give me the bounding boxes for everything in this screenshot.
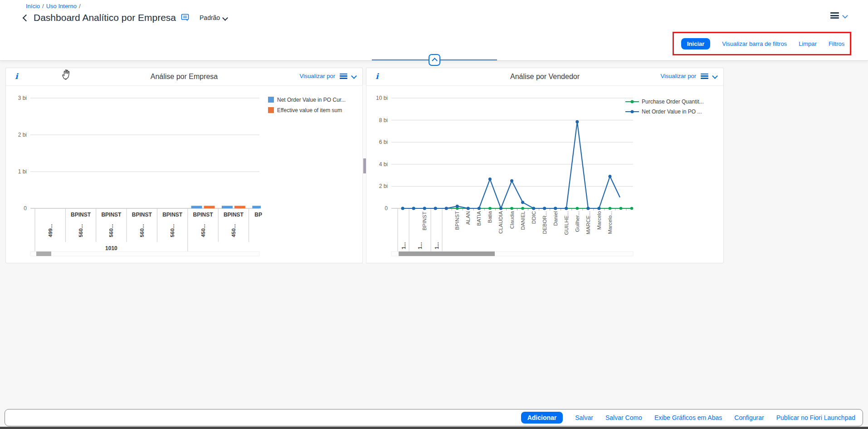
y-axis-tick: 3 bi (18, 95, 27, 101)
blue-point[interactable] (467, 207, 470, 210)
blue-point[interactable] (575, 120, 579, 123)
h-scrollbar-thumb[interactable] (399, 251, 495, 256)
collapse-header-button[interactable] (429, 54, 440, 66)
bar-blue[interactable] (222, 206, 233, 208)
save-as-button[interactable]: Salvar Como (605, 414, 642, 421)
group-label: 1010 (105, 245, 117, 251)
legend-item[interactable]: Net Order Value in PO ... (625, 108, 702, 115)
cell-label: 1... (417, 242, 423, 249)
view-by-link[interactable]: Visualizar por (299, 73, 335, 79)
card-menu-icon[interactable] (340, 74, 347, 79)
green-point[interactable] (510, 207, 513, 210)
breadcrumb-home-link[interactable]: Início (26, 3, 40, 10)
blue-point[interactable] (532, 207, 535, 210)
x-axis-label: CLAUDIA (498, 211, 503, 234)
footer-toolbar: Adicionar Salvar Salvar Como Exibe Gráfi… (5, 409, 863, 426)
legend-item[interactable]: Effective value of item sum (268, 107, 342, 113)
blue-point[interactable] (597, 207, 600, 210)
blue-point[interactable] (445, 207, 448, 210)
blue-point[interactable] (478, 207, 481, 210)
column-code-label: 499... (48, 224, 53, 237)
vertical-scrollbar[interactable] (362, 85, 366, 263)
column-header-label: BPINST (162, 212, 183, 218)
vertical-scrollbar-thumb[interactable] (363, 158, 366, 173)
configure-button[interactable]: Configurar (734, 414, 764, 421)
svg-text:Purchase Order Quantit...: Purchase Order Quantit... (642, 99, 704, 105)
h-scrollbar-thumb[interactable] (36, 251, 51, 256)
blue-point[interactable] (434, 207, 437, 210)
column-header-label: BP (254, 212, 262, 218)
x-axis-label: Daniel (553, 211, 558, 226)
blue-point[interactable] (510, 179, 513, 182)
start-button[interactable]: Iniciar (681, 38, 710, 49)
green-point[interactable] (521, 207, 524, 210)
bar-orange[interactable] (234, 206, 245, 208)
blue-point[interactable] (543, 207, 546, 210)
column-header-label: BPINST (71, 212, 91, 218)
x-axis-label: Guilher... (575, 211, 580, 232)
title-row: Dashboard Analítico por Empresa Padrão (24, 12, 227, 23)
page-menu[interactable] (830, 12, 847, 19)
menu-chevron-icon[interactable] (842, 13, 848, 19)
y-axis-tick: 10 bi (376, 95, 388, 101)
bar-orange[interactable] (204, 206, 215, 208)
view-by-link[interactable]: Visualizar por (660, 73, 696, 79)
filters-button[interactable]: Filtros (829, 40, 844, 47)
show-filter-bar-button[interactable]: Visualizar barra de filtros (722, 40, 787, 47)
blue-point[interactable] (488, 178, 492, 181)
y-axis-tick: 2 bi (379, 183, 388, 189)
bar-blue[interactable] (191, 206, 202, 208)
green-point[interactable] (609, 207, 612, 210)
blue-point[interactable] (423, 207, 426, 210)
breadcrumb-separator: / (42, 3, 44, 10)
bar-blue[interactable] (252, 206, 263, 208)
comment-icon[interactable] (181, 14, 190, 22)
chevron-up-icon (432, 58, 438, 64)
legend-item[interactable]: Net Order Value in PO Cur... (268, 97, 346, 103)
blue-point[interactable] (554, 207, 557, 210)
blue-point[interactable] (412, 207, 415, 210)
variant-label: Padrão (200, 14, 220, 21)
column-code-label: 450... (231, 224, 236, 237)
cell-header-label: BPINST (422, 212, 427, 231)
back-chevron-icon[interactable] (23, 14, 30, 21)
blue-point[interactable] (521, 201, 524, 204)
x-axis-label: ALAN (465, 211, 471, 225)
column-code-label: 560... (170, 224, 175, 237)
green-point[interactable] (619, 207, 623, 210)
filter-toolbar: Iniciar Visualizar barra de filtros Limp… (681, 37, 844, 50)
save-button[interactable]: Salvar (575, 414, 593, 421)
publish-fiori-button[interactable]: Publicar no Fiori Launchpad (776, 414, 855, 421)
clear-button[interactable]: Limpar (799, 40, 817, 47)
blue-point[interactable] (565, 207, 568, 210)
bar-chart-empresa[interactable]: 3 bi2 bi1 bi0499...BPINST560...BPINST560… (6, 85, 362, 263)
variant-selector[interactable]: Padrão (200, 14, 227, 21)
h-scrollbar-track[interactable] (30, 251, 259, 256)
green-point[interactable] (488, 207, 492, 210)
show-charts-in-tabs-button[interactable]: Exibe Gráficos em Abas (654, 414, 722, 421)
blue-point[interactable] (608, 175, 611, 178)
x-axis-band: 499...BPINST560...BPINST560...BPINST560.… (35, 206, 263, 242)
green-point[interactable] (576, 207, 579, 210)
blue-point[interactable] (586, 207, 590, 210)
blue-point[interactable] (456, 205, 459, 208)
add-button[interactable]: Adicionar (521, 412, 563, 424)
chevron-down-icon[interactable] (712, 73, 718, 79)
blue-point[interactable] (499, 207, 502, 210)
chevron-down-icon[interactable] (351, 73, 357, 79)
x-axis-label: BPINST (454, 211, 460, 230)
card1-header: i Análise por Empresa Visualizar por (6, 68, 362, 86)
chevron-down-icon (222, 15, 228, 21)
legend-item[interactable]: Purchase Order Quantit... (625, 99, 704, 105)
line-series-blue[interactable] (403, 122, 620, 208)
bottom-edge-strip (0, 427, 868, 429)
card-menu-icon[interactable] (701, 74, 708, 79)
green-point[interactable] (630, 207, 634, 210)
menu-icon[interactable] (830, 12, 839, 19)
breadcrumb-section-link[interactable]: Uso Interno (46, 3, 77, 10)
blue-point[interactable] (401, 207, 405, 210)
column-code-label: 560... (139, 224, 145, 237)
card-analise-por-empresa: i Análise por Empresa Visualizar por 3 b… (5, 68, 363, 263)
line-chart-vendedor[interactable]: 10 bi8 bi6 bi4 bi2 bi01...1...BPINST1...… (366, 85, 723, 263)
x-axis-label: DANIEL (520, 211, 526, 230)
